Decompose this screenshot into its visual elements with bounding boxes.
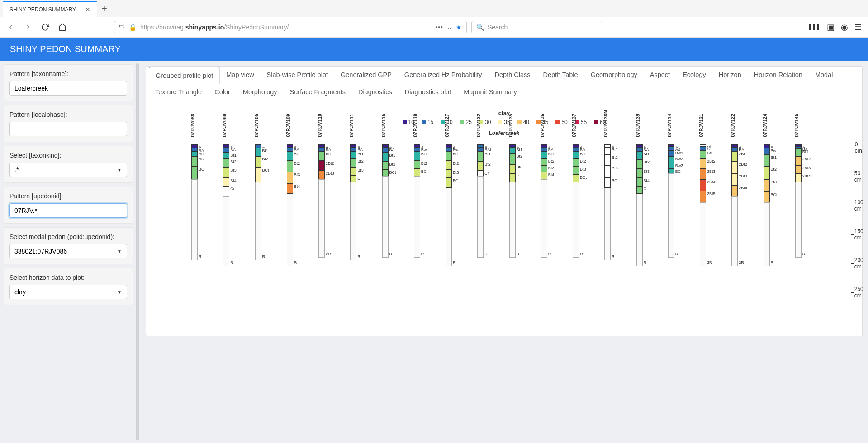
- search-placeholder: Search: [488, 24, 508, 31]
- sidebar-resize-handle[interactable]: [136, 63, 139, 440]
- reload-button[interactable]: [39, 21, 52, 33]
- label-upedonid: Pattern [upedonid]:: [9, 192, 127, 200]
- tab-morphology[interactable]: Morphology: [237, 84, 284, 100]
- horizon: BA: [541, 147, 547, 151]
- pocket-icon[interactable]: ⌄: [447, 24, 452, 31]
- horizon: Bt2: [382, 162, 389, 170]
- input-taxonname[interactable]: [9, 81, 127, 96]
- select-taxonkind[interactable]: [9, 163, 127, 177]
- bedrock-label: R: [612, 254, 615, 259]
- horizon: Bt2: [191, 156, 198, 167]
- horizon-label: Bt1: [453, 152, 459, 156]
- horizon-label: Bt3: [580, 167, 586, 172]
- horizon: Bt1: [573, 151, 579, 158]
- horizon: Bt1: [318, 151, 325, 160]
- tab-modal[interactable]: Modal: [809, 67, 840, 84]
- app-title: SHINY PEDON SUMMARY: [0, 38, 868, 61]
- bookmark-icon[interactable]: ★: [456, 24, 462, 31]
- home-button[interactable]: [56, 21, 69, 33]
- bedrock: R: [223, 196, 229, 266]
- horizon: Bt2: [764, 167, 770, 179]
- url-bar[interactable]: 🛡 🔒 https://brownag.shinyapps.io/ShinyPe…: [114, 21, 467, 33]
- account-icon[interactable]: ◉: [841, 22, 848, 32]
- horizon: Bt1: [636, 151, 643, 159]
- horizon: 2Bt4: [731, 185, 738, 197]
- horizon: Bt3: [446, 170, 452, 178]
- profile-label: 07RJV137: [571, 114, 577, 137]
- tab-depth-class[interactable]: Depth Class: [489, 67, 537, 84]
- horizon: Bt2: [255, 156, 261, 168]
- label-localphase: Pattern [localphase]:: [9, 111, 127, 118]
- tab-generalized-hz-probability[interactable]: Generalized Hz Probability: [398, 67, 489, 84]
- horizon: Bt2: [414, 161, 420, 169]
- bedrock-label: R: [675, 252, 678, 256]
- horizon: Bt3: [350, 167, 356, 176]
- profile-column: ABABt1Bt2Bt3Bt4R: [287, 144, 293, 266]
- bedrock-label: R: [294, 260, 297, 265]
- forward-button[interactable]: [22, 21, 34, 33]
- bedrock: R: [287, 194, 293, 266]
- horizon: 2Bt4: [700, 179, 706, 191]
- horizon-label: BA: [389, 148, 395, 152]
- tab-aspect[interactable]: Aspect: [644, 67, 676, 84]
- horizon-label: BA: [230, 148, 236, 152]
- horizon: Bw3: [668, 163, 674, 169]
- tab-surface-fragments[interactable]: Surface Fragments: [284, 84, 352, 100]
- horizon-label: Bt2: [421, 161, 427, 166]
- new-tab-button[interactable]: +: [97, 1, 112, 17]
- lock-icon[interactable]: 🔒: [129, 24, 137, 31]
- tab-depth-table[interactable]: Depth Table: [537, 67, 584, 84]
- horizon: Bt1: [350, 151, 356, 158]
- search-bar[interactable]: 🔍 Search: [471, 21, 602, 33]
- browser-tab[interactable]: SHINY PEDON SUMMARY ✕: [3, 1, 97, 17]
- library-icon[interactable]: ⫿⫿⫿: [808, 22, 821, 32]
- page-actions-icon[interactable]: •••: [435, 24, 443, 31]
- select-modalpedon[interactable]: [9, 244, 127, 258]
- profile-label: 07RJV122: [730, 114, 735, 137]
- tab-horizon-relation[interactable]: Horizon Relation: [748, 67, 809, 84]
- tab-color[interactable]: Color: [208, 84, 237, 100]
- tab-geomorphology[interactable]: Geomorphology: [584, 67, 644, 84]
- bedrock: R: [477, 176, 484, 257]
- tab-map-view[interactable]: Map view: [220, 67, 260, 84]
- legend-swatch: [460, 120, 464, 124]
- tab-diagnostics[interactable]: Diagnostics: [352, 84, 398, 100]
- tab-diagnostics-plot[interactable]: Diagnostics plot: [398, 84, 457, 100]
- horizon: Bt1: [382, 153, 389, 162]
- tab-horizon[interactable]: Horizon: [712, 67, 748, 84]
- horizon: A: [191, 144, 198, 148]
- close-icon[interactable]: ✕: [85, 6, 90, 13]
- profile-label: 07RJV114: [667, 114, 672, 137]
- horizon-label: 2Bt4: [707, 180, 716, 184]
- tab-ecology[interactable]: Ecology: [676, 67, 712, 84]
- shield-icon[interactable]: 🛡: [119, 24, 125, 31]
- horizon-label: 2Bt3: [739, 174, 747, 178]
- horizon-label: Bw: [771, 148, 777, 153]
- profile-label: 07RJV086: [190, 114, 195, 137]
- profile-column: ABt1Bt2Bt3CR: [509, 144, 516, 258]
- horizon: Bt1: [477, 151, 484, 162]
- menu-icon[interactable]: ☰: [854, 22, 862, 32]
- horizon-label: BC: [612, 178, 617, 183]
- profile-column: ABABt1Bt2Bt3Bt4CrR: [223, 144, 229, 266]
- tab-texture-triangle[interactable]: Texture Triangle: [149, 84, 208, 100]
- horizon: BA: [636, 147, 643, 151]
- legend-item-40: 40: [517, 119, 529, 125]
- horizon-label: Bt2: [580, 159, 586, 163]
- input-localphase[interactable]: [9, 122, 127, 136]
- tab-generalized-gpp[interactable]: Generalized GPP: [334, 67, 398, 84]
- input-upedonid[interactable]: [9, 203, 127, 218]
- tab-grouped-profile-plot[interactable]: Grouped profile plot: [149, 67, 220, 84]
- depth-tick: 150 cm: [851, 228, 865, 241]
- profile-label: 07RJV119: [413, 114, 418, 137]
- sidebar-icon[interactable]: ▣: [827, 22, 835, 32]
- tab-slab-wise-profile-plot[interactable]: Slab-wise Profile plot: [261, 67, 334, 84]
- home-icon: [58, 23, 66, 31]
- tab-mapunit-summary[interactable]: Mapunit Summary: [457, 84, 523, 100]
- horizon-label: BC: [675, 169, 681, 174]
- horizon: Bt2: [509, 153, 516, 164]
- select-hzdata[interactable]: [9, 285, 127, 299]
- profile-column: ABwBt1Bt2Bt3BCR: [446, 144, 452, 266]
- back-button[interactable]: [5, 21, 17, 33]
- label-hzdata: Select horizon data to plot:: [9, 274, 127, 281]
